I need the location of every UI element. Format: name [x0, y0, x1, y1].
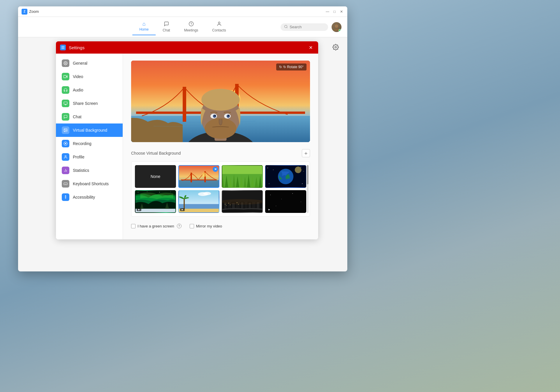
maximize-button[interactable]: □: [332, 9, 337, 14]
bg-none-label: None: [151, 174, 160, 179]
svg-rect-54: [222, 166, 262, 174]
bg-thumb-golden-gate[interactable]: ✕: [178, 165, 219, 188]
nav-tab-contacts-label: Contacts: [212, 28, 226, 32]
nav-tab-contacts[interactable]: Contacts: [205, 19, 233, 35]
sidebar-item-recording[interactable]: Recording: [56, 137, 123, 150]
title-bar: Z Zoom — □ ✕: [18, 6, 347, 17]
svg-point-45: [214, 115, 216, 116]
svg-point-78: [203, 192, 211, 195]
profile-icon: [62, 153, 69, 161]
title-bar-controls: — □ ✕: [325, 9, 344, 14]
svg-point-60: [304, 171, 304, 171]
svg-point-52: [202, 172, 207, 177]
green-screen-help-icon[interactable]: ?: [177, 224, 182, 228]
title-bar-logo: Z Zoom: [22, 9, 39, 15]
sidebar-item-share-screen[interactable]: Share Screen: [56, 97, 123, 110]
svg-marker-8: [66, 76, 67, 77]
bg-grid-scrollbar[interactable]: [307, 165, 309, 213]
svg-rect-99: [266, 191, 306, 212]
choose-bg-section-header: Choose Virtual Background ＋: [131, 149, 310, 157]
nav-tab-meetings[interactable]: Meetings: [177, 19, 205, 35]
bg-thumb-helicopter[interactable]: [222, 190, 263, 213]
video-preview: ↻ ↻ Rotate 90°: [131, 61, 310, 142]
svg-point-39: [201, 89, 240, 111]
sidebar-item-chat[interactable]: Chat: [56, 110, 123, 123]
search-icon: [284, 25, 288, 29]
sidebar-item-accessibility[interactable]: Accessibility: [56, 190, 123, 204]
settings-body: General Video: [56, 54, 318, 239]
video-icon: [62, 73, 69, 80]
svg-point-100: [270, 195, 271, 195]
nav-tab-chat[interactable]: Chat: [156, 19, 177, 35]
close-button[interactable]: ✕: [339, 9, 344, 14]
bg-thumb-grass[interactable]: [222, 165, 263, 188]
sidebar-item-recording-label: Recording: [73, 141, 91, 146]
svg-point-68: [170, 192, 171, 192]
choose-bg-title: Choose Virtual Background: [131, 151, 181, 156]
settings-logo: [60, 45, 66, 50]
avatar[interactable]: [332, 22, 341, 32]
svg-point-103: [301, 202, 301, 202]
settings-close-button[interactable]: ✕: [307, 44, 314, 51]
mirror-video-group: Mirror my video: [190, 224, 222, 228]
sidebar-item-video[interactable]: Video: [56, 70, 123, 83]
svg-point-16: [65, 143, 66, 144]
sidebar-item-virtual-background[interactable]: Virtual Background: [56, 123, 123, 137]
svg-rect-69: [135, 209, 175, 212]
accessibility-icon: [62, 193, 69, 201]
bg-thumb-space[interactable]: [265, 165, 306, 188]
bg-thumb-aurora[interactable]: [135, 190, 176, 213]
bg-grid-scrollbar-thumb: [307, 165, 309, 184]
settings-title: Settings: [69, 45, 84, 50]
background-grid: None: [131, 161, 310, 217]
bg-delete-button[interactable]: ✕: [213, 167, 218, 172]
rotate-button[interactable]: ↻ ↻ Rotate 90°: [276, 63, 307, 70]
svg-point-14: [65, 129, 65, 130]
sidebar-item-keyboard-shortcuts[interactable]: Keyboard Shortcuts: [56, 177, 123, 190]
sidebar-item-audio-label: Audio: [73, 88, 83, 92]
svg-point-58: [273, 169, 274, 170]
svg-rect-51: [181, 179, 217, 180]
svg-point-46: [228, 115, 229, 116]
statistics-icon: [62, 167, 69, 174]
main-content: Settings ✕ General: [18, 37, 347, 271]
svg-point-62: [302, 183, 302, 184]
bg-thumb-none[interactable]: None: [135, 165, 176, 188]
svg-rect-91: [225, 204, 226, 205]
green-screen-checkbox[interactable]: [131, 224, 135, 228]
svg-point-2: [285, 25, 287, 28]
svg-point-65: [138, 192, 138, 193]
sidebar-item-virtual-bg-label: Virtual Background: [73, 128, 107, 133]
svg-marker-105: [269, 209, 270, 211]
svg-point-57: [267, 168, 268, 168]
sidebar-item-general[interactable]: General: [56, 56, 123, 70]
sidebar-item-statistics[interactable]: Statistics: [56, 164, 123, 177]
bg-thumb-dark[interactable]: [265, 190, 306, 213]
minimize-button[interactable]: —: [325, 9, 330, 14]
svg-point-43: [213, 114, 216, 118]
nav-tab-home[interactable]: ⌂ Home: [132, 19, 156, 35]
sidebar-item-audio[interactable]: Audio: [56, 83, 123, 97]
bg-thumb-beach[interactable]: [178, 190, 219, 213]
svg-point-6: [335, 46, 337, 48]
add-background-button[interactable]: ＋: [302, 149, 310, 157]
svg-point-61: [269, 183, 270, 184]
share-screen-icon: [62, 100, 69, 107]
chat-nav-icon: [62, 113, 69, 121]
svg-point-1: [218, 22, 220, 24]
bg-video-icon-dark: [267, 208, 272, 211]
meetings-icon: [189, 21, 194, 27]
svg-point-102: [292, 193, 293, 194]
svg-point-29: [65, 195, 66, 196]
svg-point-17: [65, 156, 66, 157]
sidebar-item-profile[interactable]: Profile: [56, 150, 123, 164]
sidebar-item-statistics-label: Statistics: [73, 168, 89, 173]
mirror-video-checkbox[interactable]: [190, 224, 194, 228]
svg-rect-76: [184, 199, 185, 209]
recording-icon: [62, 140, 69, 147]
svg-point-67: [159, 192, 160, 193]
contacts-icon: [216, 21, 222, 27]
audio-icon: [62, 86, 69, 94]
gear-button[interactable]: [331, 43, 340, 52]
search-input[interactable]: [290, 25, 325, 29]
